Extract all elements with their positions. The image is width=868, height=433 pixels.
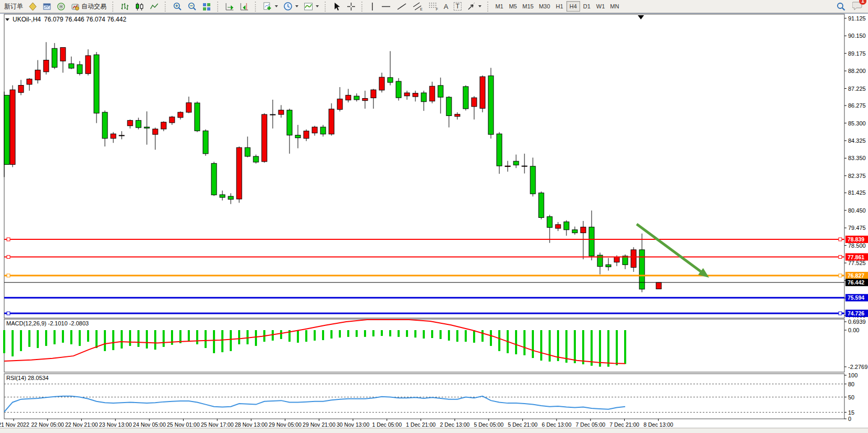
chart-ohlc: 76.079 76.446 76.074 76.442 [44, 16, 126, 23]
new-order-button[interactable]: 新订单 [2, 1, 26, 12]
periods-button[interactable] [281, 1, 301, 12]
timeframe-m15[interactable]: M15 [520, 1, 536, 12]
vertical-line-button[interactable] [367, 1, 378, 12]
line-chart-button[interactable] [147, 1, 162, 12]
autotrade-button[interactable]: 自动交易 [68, 1, 109, 12]
new-chart-button[interactable] [260, 1, 281, 12]
price-tick-label: 78.500 [848, 242, 866, 249]
candlestick [178, 112, 183, 118]
candlestick-chart-button[interactable] [132, 1, 147, 12]
macd-histogram-bar [574, 330, 576, 363]
equidistant-channel-button[interactable]: E [410, 1, 425, 12]
cursor-group [330, 0, 358, 13]
timeframe-w1[interactable]: W1 [594, 1, 608, 12]
channel-icon: E [412, 2, 423, 11]
macd-histogram-bar [381, 330, 383, 336]
chevron-down-icon [316, 5, 319, 7]
candlestick [127, 120, 133, 125]
candlestick [18, 86, 24, 93]
chart-window[interactable]: UKOil-,H4 76.079 76.446 76.074 76.442 MA… [0, 13, 868, 428]
notification-badge: 1 [859, 0, 866, 5]
market-watch-button[interactable] [26, 1, 40, 12]
main-panel-frame [4, 14, 844, 318]
chart-shift-button[interactable] [237, 1, 252, 12]
macd-histogram-bar [104, 330, 106, 351]
timeframe-h1[interactable]: H1 [553, 1, 566, 12]
candlestick [446, 97, 452, 115]
candlestick [614, 257, 619, 262]
text-tool-button[interactable]: A [441, 1, 451, 12]
price-chart-canvas[interactable]: 91.12590.15089.17588.20087.22586.27585.3… [0, 14, 868, 428]
indicators-button[interactable] [301, 1, 322, 12]
time-tick-label: 28 Nov 13:00 [235, 421, 268, 428]
data-window-button[interactable] [40, 1, 54, 12]
label-tool-button[interactable]: T [451, 1, 464, 12]
price-level-label-text: 78.839 [848, 236, 864, 242]
trendline-button[interactable] [394, 1, 410, 12]
line-handle[interactable] [839, 274, 842, 277]
macd-histogram-bar [45, 330, 47, 346]
macd-histogram-bar [624, 330, 626, 364]
macd-histogram-bar [431, 330, 433, 338]
crosshair-button[interactable] [344, 1, 358, 12]
time-tick-label: 23 Nov 13:00 [99, 421, 132, 428]
macd-histogram-bar [95, 330, 98, 348]
candlestick [404, 93, 410, 96]
timeframe-h4[interactable]: H4 [566, 1, 580, 12]
candlestick [295, 135, 301, 138]
line-handle[interactable] [7, 238, 10, 241]
window-menu-icon[interactable] [5, 18, 9, 21]
bar-chart-button[interactable] [117, 1, 132, 12]
candlestick [513, 161, 519, 165]
candlestick [270, 114, 275, 115]
timeframe-m5[interactable]: M5 [506, 1, 520, 12]
macd-histogram-bar [129, 330, 131, 346]
auto-scroll-button[interactable] [222, 1, 237, 12]
macd-histogram-bar [272, 330, 274, 341]
fibonacci-button[interactable]: F [425, 1, 441, 12]
macd-histogram-bar [163, 330, 165, 347]
candlestick [329, 109, 334, 134]
line-handle[interactable] [7, 312, 10, 315]
line-handle[interactable] [839, 238, 842, 241]
line-handle[interactable] [7, 274, 10, 277]
toolbar-separator [361, 2, 364, 12]
time-tick-label: 29 Nov 21:00 [303, 421, 336, 428]
timeframe-d1[interactable]: D1 [580, 1, 594, 12]
macd-histogram-bar [591, 330, 593, 366]
candlestick [262, 114, 267, 162]
zoom-in-icon [173, 2, 182, 11]
drawing-tools-group: E F A T [367, 0, 484, 13]
search-button[interactable] [833, 1, 848, 12]
auto-scroll-icon [225, 2, 234, 11]
timeframe-mn[interactable]: MN [607, 1, 621, 12]
signals-button[interactable] [54, 1, 68, 12]
notifications-button[interactable]: 1 [852, 1, 863, 13]
macd-histogram-bar [565, 330, 567, 363]
line-handle[interactable] [839, 256, 842, 259]
clock-icon [283, 2, 293, 11]
timeframe-m1[interactable]: M1 [492, 1, 506, 12]
window-group [199, 0, 214, 13]
candlestick [253, 156, 259, 162]
timeframe-m30[interactable]: M30 [536, 1, 552, 12]
tile-windows-button[interactable] [199, 1, 214, 12]
chevron-down-icon [275, 5, 278, 7]
candlestick [656, 282, 661, 289]
toolbar-separator [112, 2, 115, 12]
line-handle[interactable] [839, 312, 842, 315]
macd-histogram-bar [398, 330, 400, 337]
zoom-in-button[interactable] [170, 1, 185, 12]
candlestick [211, 163, 217, 195]
candlestick [144, 127, 149, 128]
zoom-out-button[interactable] [185, 1, 199, 12]
chevron-down-icon [478, 5, 481, 7]
cursor-arrow-icon [333, 2, 341, 11]
shapes-button[interactable] [464, 1, 484, 12]
horizontal-line-button[interactable] [378, 1, 394, 12]
cursor-button[interactable] [330, 1, 344, 12]
price-tick-label: 80.450 [848, 207, 866, 214]
macd-histogram-bar [448, 330, 450, 341]
candlestick [228, 196, 233, 199]
line-handle[interactable] [7, 256, 10, 259]
